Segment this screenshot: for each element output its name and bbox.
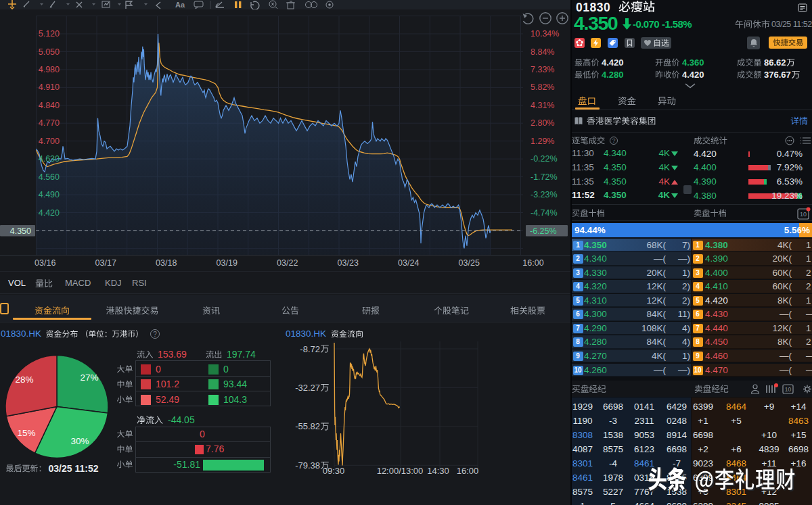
svg-text:4.31%: 4.31%: [531, 101, 554, 110]
svg-text:27%: 27%: [80, 372, 98, 383]
svg-text:30%: 30%: [70, 436, 89, 446]
svg-text:-55.82: -55.82: [295, 421, 320, 431]
svg-text:-1.72%: -1.72%: [531, 172, 558, 182]
svg-text:-79.38: -79.38: [295, 460, 320, 471]
svg-text:10: 10: [800, 211, 807, 218]
svg-text:5.82%: 5.82%: [531, 82, 554, 92]
svg-text:-4.74%: -4.74%: [531, 208, 558, 218]
svg-text:4.770: 4.770: [39, 118, 60, 128]
svg-text:8.84%: 8.84%: [531, 47, 554, 57]
svg-text:-0.22%: -0.22%: [531, 154, 558, 164]
svg-text:10.34%: 10.34%: [531, 29, 559, 39]
svg-text:10: 10: [785, 386, 792, 393]
svg-text:-3.23%: -3.23%: [531, 190, 558, 199]
svg-text:4.420: 4.420: [39, 208, 60, 218]
svg-text:09:30: 09:30: [323, 466, 345, 476]
svg-text:28%: 28%: [15, 375, 33, 385]
svg-text:4.980: 4.980: [39, 65, 60, 74]
svg-text:03/19: 03/19: [217, 258, 238, 268]
svg-text:15%: 15%: [17, 428, 35, 438]
svg-text:2.80%: 2.80%: [531, 118, 554, 128]
svg-text:Aa: Aa: [175, 1, 185, 9]
svg-text:4.910: 4.910: [39, 82, 60, 92]
svg-text:4.350: 4.350: [10, 226, 31, 236]
svg-text:4.840: 4.840: [39, 101, 60, 110]
svg-text:4.560: 4.560: [39, 172, 60, 182]
svg-text:7.33%: 7.33%: [531, 65, 554, 74]
svg-text:14:30: 14:30: [427, 466, 449, 476]
svg-text:1.29%: 1.29%: [531, 137, 554, 146]
svg-text:16:00: 16:00: [522, 258, 543, 268]
svg-text:-8.72: -8.72: [300, 344, 320, 354]
svg-text:03/24: 03/24: [398, 258, 419, 268]
svg-text:4.630: 4.630: [39, 154, 60, 164]
svg-text:5.120: 5.120: [39, 29, 60, 39]
svg-text:03/23: 03/23: [338, 258, 359, 268]
svg-text:03/17: 03/17: [95, 258, 116, 268]
svg-text:4.490: 4.490: [39, 190, 60, 199]
svg-text:-6.25%: -6.25%: [530, 226, 557, 236]
svg-text:12:00/13:00: 12:00/13:00: [377, 466, 424, 476]
svg-text:4.700: 4.700: [39, 137, 60, 146]
svg-text:03/18: 03/18: [156, 258, 177, 268]
svg-text:-32.27: -32.27: [295, 383, 320, 393]
svg-text:03/25: 03/25: [459, 258, 480, 268]
svg-text:03/22: 03/22: [277, 258, 298, 268]
svg-text:5.050: 5.050: [39, 47, 60, 57]
svg-text:16:00: 16:00: [457, 466, 479, 476]
svg-text:03/16: 03/16: [35, 258, 55, 268]
